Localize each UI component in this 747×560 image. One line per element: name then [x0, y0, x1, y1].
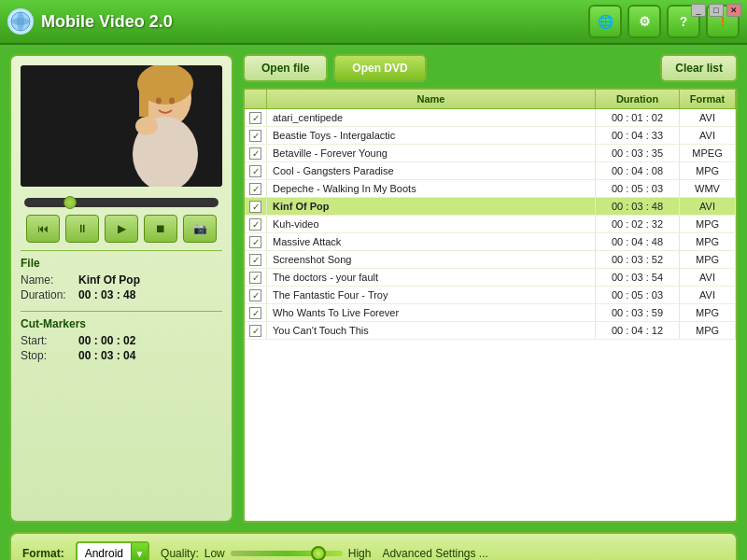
row-name: Depeche - Walking In My Boots — [267, 180, 596, 197]
minimize-button[interactable]: _ — [691, 4, 706, 17]
name-value: Kinf Of Pop — [78, 273, 140, 287]
start-value: 00 : 00 : 02 — [78, 334, 135, 347]
row-name: Cool - Gangsters Paradise — [267, 162, 596, 179]
checkbox-icon: ✓ — [249, 325, 261, 337]
stop-button[interactable]: ⏹ — [144, 215, 177, 243]
list-item[interactable]: ✓Kinf Of Pop00 : 03 : 48AVI — [245, 198, 736, 216]
row-format: MPG — [680, 233, 736, 250]
list-item[interactable]: ✓The doctors - your fault00 : 03 : 54AVI — [245, 269, 736, 287]
globe-button[interactable]: 🌐 — [588, 5, 622, 38]
row-duration: 00 : 05 : 03 — [596, 180, 680, 197]
stop-label: Stop: — [21, 349, 73, 362]
list-item[interactable]: ✓Depeche - Walking In My Boots00 : 05 : … — [245, 180, 736, 198]
svg-point-10 — [135, 117, 158, 135]
row-name: Massive Attack — [267, 233, 596, 250]
advanced-settings-link[interactable]: Advanced Settings ... — [382, 547, 487, 560]
file-section-label: File — [21, 257, 222, 270]
row-format: AVI — [680, 127, 736, 144]
row-duration: 00 : 03 : 35 — [596, 145, 680, 161]
list-item[interactable]: ✓Kuh-video00 : 02 : 32MPG — [245, 216, 736, 233]
list-item[interactable]: ✓Betaville - Forever Young00 : 03 : 35MP… — [245, 145, 736, 162]
row-duration: 00 : 04 : 48 — [596, 233, 680, 250]
row-format: MPG — [680, 162, 736, 179]
row-format: AVI — [680, 198, 736, 215]
row-checkbox[interactable]: ✓ — [245, 181, 267, 197]
open-file-button[interactable]: Open file — [243, 54, 328, 82]
play-button[interactable]: ▶ — [105, 215, 138, 243]
dropdown-arrow-icon[interactable]: ▼ — [131, 543, 148, 560]
row-checkbox[interactable]: ✓ — [245, 128, 267, 144]
row-checkbox[interactable]: ✓ — [245, 110, 267, 126]
list-item[interactable]: ✓Who Wants To Live Forever00 : 03 : 59MP… — [245, 304, 736, 322]
checkbox-icon: ✓ — [249, 254, 261, 266]
row-duration: 00 : 03 : 59 — [596, 304, 680, 321]
row-format: MPG — [680, 251, 736, 268]
checkbox-icon: ✓ — [249, 236, 261, 248]
row-duration: 00 : 01 : 02 — [596, 109, 680, 126]
checkbox-icon: ✓ — [249, 183, 261, 195]
stop-value: 00 : 03 : 04 — [78, 349, 135, 362]
maximize-button[interactable]: □ — [709, 4, 724, 17]
list-item[interactable]: ✓Cool - Gangsters Paradise00 : 04 : 08MP… — [245, 162, 736, 180]
row-duration: 00 : 03 : 52 — [596, 251, 680, 268]
cut-markers-label: Cut-Markers — [21, 317, 222, 330]
progress-thumb[interactable] — [63, 196, 77, 209]
checkbox-icon: ✓ — [249, 165, 261, 177]
row-checkbox[interactable]: ✓ — [245, 234, 267, 250]
prev-button[interactable]: ⏮ — [26, 215, 60, 243]
list-item[interactable]: ✓atari_centipede00 : 01 : 02AVI — [245, 109, 736, 127]
quality-thumb[interactable] — [311, 546, 326, 560]
video-progress-bar[interactable] — [24, 198, 218, 207]
screenshot-button[interactable]: 📷 — [183, 215, 217, 243]
list-item[interactable]: ✓The Fantastic Four - Troy00 : 05 : 03AV… — [245, 287, 736, 304]
list-body: ✓atari_centipede00 : 01 : 02AVI✓Beastie … — [245, 109, 736, 340]
row-name: The doctors - your fault — [267, 269, 596, 286]
row-duration: 00 : 04 : 08 — [596, 162, 680, 179]
header-format: Format — [680, 90, 736, 108]
row-format: AVI — [680, 269, 736, 286]
list-item[interactable]: ✓Beastie Toys - Intergalactic00 : 04 : 3… — [245, 127, 736, 145]
row-name: Kuh-video — [267, 216, 596, 232]
checkbox-icon: ✓ — [249, 289, 261, 301]
row-checkbox[interactable]: ✓ — [245, 305, 267, 321]
row-checkbox[interactable]: ✓ — [245, 270, 267, 286]
stop-row: Stop: 00 : 03 : 04 — [21, 349, 222, 362]
header-name: Name — [267, 90, 596, 108]
svg-point-2 — [11, 18, 30, 25]
row-duration: 00 : 03 : 48 — [596, 198, 680, 215]
row-name: The Fantastic Four - Troy — [267, 287, 596, 303]
checkbox-icon: ✓ — [249, 218, 261, 231]
row-name: Betaville - Forever Young — [267, 145, 596, 161]
settings-button[interactable]: ⚙ — [627, 5, 661, 38]
row-checkbox[interactable]: ✓ — [245, 252, 267, 268]
pause-button[interactable]: ⏸ — [65, 215, 99, 243]
close-button[interactable]: ✕ — [726, 4, 741, 17]
row-checkbox[interactable]: ✓ — [245, 323, 267, 339]
header-check — [245, 90, 267, 108]
format-label: Format: — [22, 547, 64, 560]
row-format: AVI — [680, 287, 736, 303]
start-row: Start: 00 : 00 : 02 — [21, 334, 222, 347]
quality-section: Quality: Low High — [161, 547, 371, 560]
open-dvd-button[interactable]: Open DVD — [333, 54, 426, 82]
format-select[interactable]: Android ▼ — [76, 541, 149, 560]
checkbox-icon: ✓ — [249, 147, 261, 160]
row-checkbox[interactable]: ✓ — [245, 199, 267, 215]
row-checkbox[interactable]: ✓ — [245, 163, 267, 179]
quality-high-label: High — [348, 547, 372, 560]
file-toolbar: Open file Open DVD Clear list — [243, 54, 738, 82]
row-checkbox[interactable]: ✓ — [245, 217, 267, 232]
list-item[interactable]: ✓You Can't Touch This00 : 04 : 12MPG — [245, 322, 736, 340]
quality-low-label: Low — [204, 547, 225, 560]
clear-list-button[interactable]: Clear list — [660, 54, 738, 82]
quality-slider[interactable] — [231, 551, 343, 556]
row-duration: 00 : 04 : 12 — [596, 322, 680, 339]
row-format: AVI — [680, 109, 736, 126]
checkbox-icon: ✓ — [249, 307, 261, 319]
list-item[interactable]: ✓Screenshot Song00 : 03 : 52MPG — [245, 251, 736, 269]
row-checkbox[interactable]: ✓ — [245, 287, 267, 303]
name-label: Name: — [21, 273, 73, 287]
row-checkbox[interactable]: ✓ — [245, 146, 267, 161]
file-list: Name Duration Format ✓atari_centipede00 … — [243, 88, 738, 523]
list-item[interactable]: ✓Massive Attack00 : 04 : 48MPG — [245, 233, 736, 251]
